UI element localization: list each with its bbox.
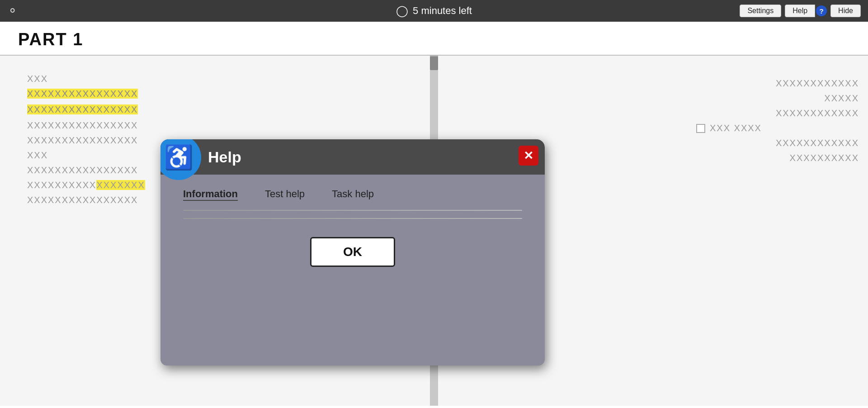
part-title: PART 1 — [18, 30, 83, 49]
tab-information[interactable]: Information — [183, 188, 238, 201]
close-button[interactable]: ✕ — [519, 146, 538, 166]
tab-row: Information Test help Task help — [183, 188, 522, 201]
top-bar: ⚬ ◯ 5 minutes left Settings Help ? Hide — [0, 0, 868, 22]
divider-1 — [183, 210, 522, 211]
help-button[interactable]: Help — [785, 5, 815, 17]
accessibility-icon: ♿ — [164, 146, 193, 169]
dialog-footer: OK — [183, 237, 522, 267]
timer-icon: ◯ — [396, 5, 408, 17]
part-title-bar: PART 1 — [0, 22, 868, 56]
help-question-badge[interactable]: ? — [816, 5, 827, 16]
dialog-header: ♿ Help ✕ — [160, 139, 545, 175]
accessibility-icon-wrap: ♿ — [160, 139, 201, 180]
tab-task-help[interactable]: Task help — [332, 188, 374, 201]
modal-overlay: ♿ Help ✕ Information Test help Task help… — [0, 56, 868, 406]
help-dialog: ♿ Help ✕ Information Test help Task help… — [160, 139, 545, 365]
top-bar-right: Settings Help ? Hide — [740, 5, 861, 17]
top-bar-left: ⚬ — [7, 5, 18, 17]
tab-test-help[interactable]: Test help — [265, 188, 305, 201]
timer-text: 5 minutes left — [413, 5, 472, 17]
ok-button[interactable]: OK — [310, 237, 395, 267]
dialog-title: Help — [208, 148, 241, 166]
timer-area: ◯ 5 minutes left — [396, 5, 472, 17]
settings-button[interactable]: Settings — [740, 5, 781, 17]
user-icon: ⚬ — [7, 5, 18, 17]
dialog-body: Information Test help Task help OK — [160, 175, 545, 267]
hide-button[interactable]: Hide — [830, 5, 861, 17]
divider-2 — [183, 218, 522, 219]
help-btn-wrap: Help ? — [785, 5, 827, 17]
content-area: ▲ XXX XXXXXXXXXXXXXXXX XXXXXXXXXXXXXXXX … — [0, 56, 868, 406]
